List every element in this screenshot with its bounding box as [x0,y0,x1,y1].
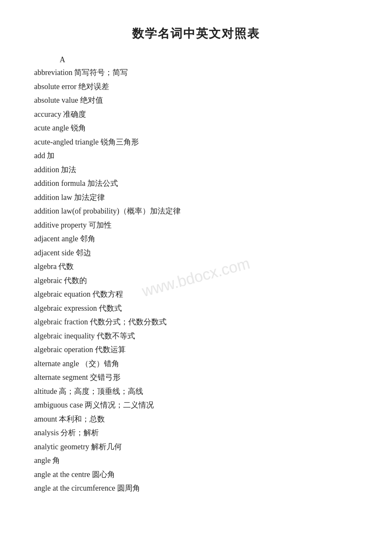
list-item: algebraic fraction 代数分式；代数分数式 [34,315,358,329]
list-item: absolute error 绝对误差 [34,80,358,94]
list-item: adjacent side 邻边 [34,246,358,260]
list-item: angle at the circumference 圆周角 [34,482,358,495]
list-item: alternate segment 交错弓形 [34,371,358,384]
list-item: amount 本利和；总数 [34,413,358,426]
list-item: algebra 代数 [34,260,358,274]
list-item: acute angle 锐角 [34,121,358,135]
list-item: algebraic inequality 代数不等式 [34,330,358,343]
list-item: add 加 [34,149,358,163]
list-item: abbreviation 简写符号；简写 [34,66,358,80]
list-item: analysis 分析；解析 [34,426,358,440]
list-item: accuracy 准确度 [34,108,358,121]
list-item: addition law 加法定律 [34,191,358,205]
list-item: angle 角 [34,454,358,468]
list-item: addition law(of probability)（概率）加法定律 [34,205,358,218]
list-item: algebraic 代数的 [34,274,358,288]
list-item: algebraic expression 代数式 [34,302,358,315]
list-item: angle at the centre 圆心角 [34,468,358,482]
list-item: additive property 可加性 [34,219,358,232]
page-title: 数学名词中英文对照表 [34,26,358,42]
list-item: altitude 高；高度；顶垂线；高线 [34,385,358,399]
entries-list: abbreviation 简写符号；简写absolute error 绝对误差a… [34,66,358,495]
list-item: absolute value 绝对值 [34,94,358,107]
list-item: addition formula 加法公式 [34,177,358,191]
section-letter-a: A [60,55,358,64]
list-item: addition 加法 [34,163,358,177]
list-item: ambiguous case 两义情况；二义情况 [34,399,358,412]
list-item: algebraic operation 代数运算 [34,343,358,357]
list-item: acute-angled triangle 锐角三角形 [34,136,358,149]
list-item: analytic geometry 解析几何 [34,440,358,454]
list-item: algebraic equation 代数方程 [34,288,358,301]
list-item: adjacent angle 邻角 [34,232,358,246]
list-item: alternate angle （交）错角 [34,357,358,371]
